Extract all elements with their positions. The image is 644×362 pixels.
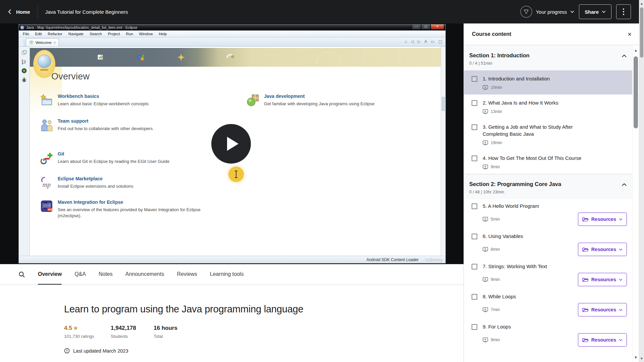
- menu-refactor[interactable]: Refactor: [48, 32, 62, 36]
- lecture-item-3[interactable]: 3. Getting a Job and What to Study After…: [464, 119, 632, 150]
- tab-reviews[interactable]: Reviews: [177, 264, 197, 285]
- resources-button[interactable]: Resources: [578, 213, 627, 226]
- scroll-up-icon[interactable]: ▲: [633, 48, 639, 52]
- menu-edit[interactable]: Edit: [35, 32, 42, 36]
- welcome-tab-label: Welcome: [36, 41, 52, 45]
- section-header-1[interactable]: Section 1: Introduction 0 / 4 | 51min: [464, 46, 632, 70]
- tab-qa[interactable]: Q&A: [74, 264, 86, 285]
- search-button[interactable]: [18, 264, 25, 285]
- lecture-item-1[interactable]: ✓ 1. Introduction and Installation 10min: [464, 70, 632, 95]
- more-options-button[interactable]: [616, 4, 631, 19]
- lecture-checkbox[interactable]: [472, 203, 477, 209]
- welcome-item-team[interactable]: Team support Find out how to collaborate…: [40, 118, 229, 132]
- window-minimize-button[interactable]: —: [412, 24, 421, 29]
- lecture-item-2[interactable]: 2. What Java Is and How It Works 13min: [464, 95, 632, 119]
- lecture-duration: 8min: [491, 247, 500, 252]
- lecture-item-8[interactable]: 8. While Loops 7min Resources: [464, 290, 632, 320]
- welcome-item-java-dev[interactable]: Java development Get familiar with devel…: [246, 94, 414, 107]
- welcome-item-workbench[interactable]: Workbench basics Learn about basic Eclip…: [40, 94, 229, 107]
- your-progress-menu[interactable]: Your progress: [520, 6, 574, 18]
- nav-forward-icon[interactable]: ▷: [418, 39, 421, 44]
- back-home-link[interactable]: Home: [8, 9, 30, 15]
- item-title[interactable]: Maven Integration for Eclipse: [58, 199, 205, 205]
- lecture-checkbox[interactable]: [472, 100, 477, 106]
- nav-back-icon[interactable]: ◁: [411, 39, 414, 44]
- editor-toolbar-icons[interactable]: ⌂ ◁ ▷ A ▭ ▢: [405, 39, 442, 44]
- folder-open-icon: [582, 247, 589, 252]
- page-scrollbar-thumb[interactable]: [640, 7, 643, 58]
- menu-help[interactable]: Help: [159, 32, 167, 36]
- welcome-tab[interactable]: Welcome ×: [26, 38, 59, 46]
- lecture-checkbox[interactable]: ✓: [472, 76, 477, 82]
- sidebar-scrollbar-thumb[interactable]: [634, 56, 638, 128]
- welcome-tab-icon: [29, 40, 34, 45]
- page-scrollbar[interactable]: ▲ ▼: [639, 0, 644, 362]
- restore-views-icon[interactable]: [21, 50, 27, 55]
- item-title[interactable]: Java development: [264, 94, 375, 99]
- item-desc: Install Eclipse extensions and solutions: [58, 183, 133, 189]
- sidebar-scrollbar[interactable]: ▲ ▼: [632, 46, 639, 362]
- lecture-checkbox[interactable]: [472, 156, 477, 161]
- lecture-item-5[interactable]: 5. A Hello World Program 5min Resources: [464, 199, 632, 229]
- menu-project[interactable]: Project: [108, 32, 120, 36]
- lecture-checkbox[interactable]: [472, 234, 477, 239]
- lecture-checkbox[interactable]: [472, 324, 477, 330]
- resources-button[interactable]: Resources: [578, 273, 627, 286]
- scroll-up-icon[interactable]: ▲: [639, 2, 644, 5]
- resources-button[interactable]: Resources: [578, 303, 627, 316]
- section-header-2[interactable]: Section 2: Programming Core Java 0 / 48 …: [464, 174, 632, 199]
- resources-button[interactable]: Resources: [578, 243, 627, 256]
- sidebar-close-button[interactable]: ×: [628, 31, 632, 38]
- status-text: Android SDK Content Loader: [367, 257, 419, 262]
- window-restore-button[interactable]: ▢: [421, 24, 430, 29]
- welcome-scrollbar-thumb[interactable]: [442, 97, 445, 111]
- welcome-scrollbar[interactable]: [441, 47, 445, 256]
- lecture-checkbox[interactable]: [472, 294, 477, 300]
- share-button[interactable]: Share: [579, 4, 611, 19]
- welcome-item-marketplace[interactable]: mp Eclipse Marketplace Install Eclipse e…: [40, 176, 229, 189]
- java-perspective-icon[interactable]: J: [21, 59, 27, 64]
- lecture-title: 5. A Hello World Program: [483, 202, 595, 209]
- window-close-button[interactable]: ✕: [431, 24, 444, 29]
- item-title[interactable]: Team support: [58, 118, 153, 124]
- welcome-item-maven[interactable]: m2 Maven Integration for Eclipse See an …: [40, 199, 229, 219]
- students-label: Students: [111, 334, 154, 339]
- lecture-checkbox[interactable]: [472, 124, 477, 130]
- resources-label: Resources: [591, 277, 616, 282]
- sidebar-header: Course content ×: [464, 23, 639, 45]
- lecture-item-4[interactable]: 4. How To Get The Most Out Of This Cours…: [464, 150, 632, 174]
- menu-window[interactable]: Window: [139, 32, 153, 36]
- web-browser-icon[interactable]: [21, 68, 27, 73]
- welcome-item-git[interactable]: G Git Learn about Git in Eclipse by read…: [40, 151, 229, 165]
- lecture-item-9[interactable]: 9. For Loops 9min Resources: [464, 320, 632, 350]
- tab-learning-tools[interactable]: Learning tools: [210, 264, 244, 285]
- tab-close-icon[interactable]: ×: [54, 41, 56, 45]
- item-title[interactable]: Eclipse Marketplace: [58, 176, 133, 181]
- scroll-down-icon[interactable]: ▼: [639, 357, 644, 360]
- tab-overview[interactable]: Overview: [38, 264, 62, 285]
- play-button[interactable]: [211, 124, 251, 164]
- lecture-item-6[interactable]: 6. Using Variables 8min Resources: [464, 229, 632, 259]
- menu-navigate[interactable]: Navigate: [68, 32, 84, 36]
- menu-file[interactable]: File: [23, 32, 29, 36]
- tab-notes[interactable]: Notes: [99, 264, 113, 285]
- item-title[interactable]: Git: [58, 151, 169, 157]
- debug-bug-icon[interactable]: [21, 77, 27, 82]
- resources-button[interactable]: Resources: [578, 333, 627, 347]
- video-player[interactable]: Java - Map Squirrel/res/layout/location_…: [0, 23, 464, 264]
- item-title[interactable]: Workbench basics: [58, 94, 149, 99]
- last-updated-text: Last updated March 2023: [73, 348, 128, 354]
- chevron-up-icon[interactable]: [622, 54, 627, 58]
- chevron-up-icon[interactable]: [622, 183, 627, 186]
- font-small-icon[interactable]: A: [424, 39, 427, 44]
- menu-run[interactable]: Run: [126, 32, 133, 36]
- scroll-down-icon[interactable]: ▼: [633, 355, 639, 359]
- home-icon[interactable]: ⌂: [405, 39, 407, 44]
- menu-search[interactable]: Search: [90, 32, 102, 36]
- view-minimize-icon[interactable]: ▭: [431, 39, 434, 44]
- section-meta: 0 / 48 | 10hr 23min: [469, 190, 618, 194]
- lecture-item-7[interactable]: 7. Strings: Working With Text 9min Resou…: [464, 259, 632, 290]
- view-maximize-icon[interactable]: ▢: [438, 39, 442, 44]
- tab-announcements[interactable]: Announcements: [125, 264, 164, 285]
- lecture-checkbox[interactable]: [472, 264, 477, 269]
